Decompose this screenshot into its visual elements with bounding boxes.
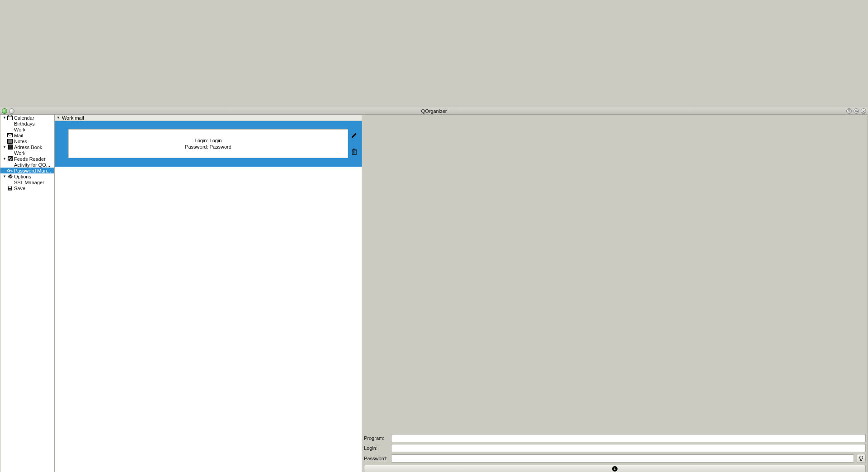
lightbulb-icon <box>859 455 864 462</box>
top-empty-region <box>0 0 868 107</box>
sidebar-item-notes[interactable]: Notes <box>0 138 54 144</box>
entry-password-line: Password: Password <box>185 144 231 150</box>
sidebar-item-save[interactable]: Save <box>0 185 54 191</box>
login-input[interactable] <box>391 444 866 452</box>
section-title: Work mail <box>62 115 84 121</box>
svg-rect-36 <box>353 149 355 150</box>
chevron-down-icon[interactable]: ▼ <box>57 116 60 120</box>
maximize-button[interactable] <box>854 108 859 114</box>
svg-line-25 <box>11 178 11 178</box>
app-main-area: ▼ Calendar Birthdays Work Mail No <box>0 115 868 472</box>
sidebar-item-label: Feeds Reader <box>13 156 46 162</box>
edit-icon[interactable] <box>350 132 358 139</box>
section-header[interactable]: ▼ Work mail <box>55 115 362 121</box>
notes-icon <box>7 139 13 144</box>
minimize-button[interactable] <box>846 108 852 114</box>
addressbook-icon <box>7 145 13 150</box>
calendar-icon <box>7 115 13 121</box>
delete-icon[interactable] <box>350 148 358 155</box>
login-label: Login: <box>364 445 388 451</box>
sidebar-item-birthdays[interactable]: Birthdays <box>0 121 54 126</box>
sidebar-item-label: Birthdays <box>13 121 35 126</box>
svg-rect-12 <box>8 148 9 149</box>
sidebar-item-mail[interactable]: Mail <box>0 132 54 138</box>
sidebar-item-work-address[interactable]: Work <box>0 150 54 156</box>
key-icon <box>7 168 13 173</box>
entry-card: Login: Login Password: Password <box>68 129 348 158</box>
sidebar-item-password-manager[interactable]: Password Man... <box>0 168 54 173</box>
sidebar-item-label: Options <box>13 174 31 179</box>
chevron-down-icon[interactable]: ▼ <box>2 116 7 120</box>
program-input[interactable] <box>391 434 866 442</box>
svg-point-37 <box>860 456 863 459</box>
sidebar-item-work-calendar[interactable]: Work <box>0 126 54 132</box>
sidebar-item-label: Work <box>13 150 25 156</box>
svg-rect-0 <box>8 116 13 120</box>
sidebar-item-label: Password Man... <box>13 168 51 173</box>
svg-rect-9 <box>8 145 12 150</box>
mail-icon <box>7 133 13 138</box>
sidebar-item-addressbook[interactable]: ▼ Adress Book <box>0 144 54 150</box>
password-entry[interactable]: Login: Login Password: Password <box>55 121 362 167</box>
gear-icon <box>7 174 13 179</box>
feed-icon <box>7 156 13 162</box>
sidebar-item-ssl-manager[interactable]: SSL Manager <box>0 179 54 185</box>
chevron-down-icon[interactable]: ▼ <box>2 157 7 161</box>
entries-panel: ▼ Work mail Login: Login Password: Passw… <box>55 115 362 472</box>
chevron-down-icon[interactable]: ▼ <box>2 145 7 149</box>
svg-line-26 <box>11 175 11 175</box>
svg-rect-30 <box>9 189 11 191</box>
sidebar-item-label: Activity for QO... <box>13 162 50 168</box>
sidebar-item-feeds[interactable]: ▼ Feeds Reader <box>0 156 54 162</box>
window-button[interactable] <box>9 108 14 114</box>
window-title-bar: QOrganizer <box>0 107 868 115</box>
add-entry-form: Program: Login: Password: + <box>364 434 866 472</box>
sidebar-item-label: SSL Manager <box>13 180 44 185</box>
sidebar-item-label: Work <box>13 127 25 132</box>
svg-rect-29 <box>9 186 11 188</box>
close-button[interactable] <box>861 108 866 114</box>
details-panel: Program: Login: Password: + <box>362 115 868 472</box>
sidebar-item-label: Mail <box>13 133 23 138</box>
svg-point-15 <box>8 169 10 172</box>
sidebar-tree[interactable]: ▼ Calendar Birthdays Work Mail No <box>0 115 55 472</box>
generate-password-button[interactable] <box>857 454 866 463</box>
sidebar-item-label: Save <box>13 186 25 191</box>
plus-icon: + <box>612 466 618 472</box>
chevron-down-icon[interactable]: ▼ <box>2 174 7 178</box>
svg-line-27 <box>9 178 9 178</box>
svg-rect-10 <box>8 145 9 146</box>
svg-rect-11 <box>8 147 9 148</box>
sidebar-item-label: Calendar <box>13 115 34 121</box>
app-icon <box>2 108 7 114</box>
window-title: QOrganizer <box>421 108 447 114</box>
sidebar-item-label: Notes <box>13 139 27 144</box>
save-icon <box>7 186 13 191</box>
sidebar-item-label: Adress Book <box>13 145 42 150</box>
svg-rect-38 <box>861 459 862 461</box>
add-entry-button[interactable]: + <box>364 465 866 472</box>
sidebar-item-feed-child[interactable]: Activity for QO... <box>0 162 54 168</box>
entry-login-line: Login: Login <box>195 138 222 143</box>
password-label: Password: <box>364 456 388 461</box>
sidebar-item-calendar[interactable]: ▼ Calendar <box>0 115 54 121</box>
password-input[interactable] <box>391 454 854 463</box>
svg-point-14 <box>8 159 9 160</box>
program-label: Program: <box>364 435 388 441</box>
svg-line-24 <box>9 175 9 175</box>
svg-point-19 <box>9 176 11 178</box>
sidebar-item-options[interactable]: ▼ Options <box>0 173 54 179</box>
